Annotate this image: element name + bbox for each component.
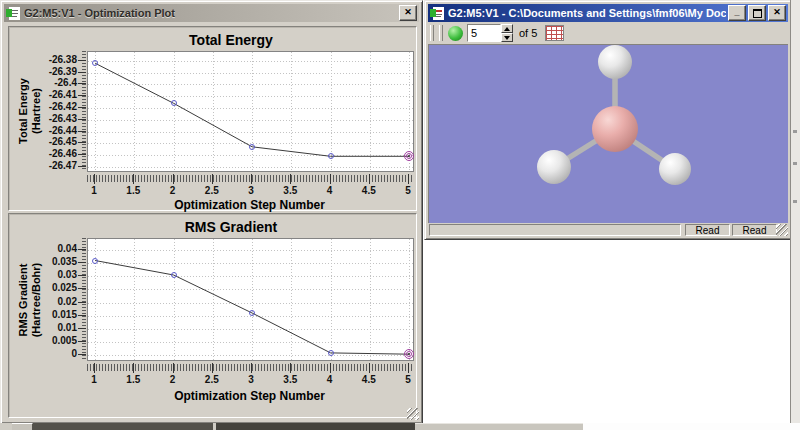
y-major-tick <box>78 341 86 342</box>
active-structure-icon[interactable] <box>448 26 463 41</box>
x-major-tick <box>133 363 134 373</box>
x-tick-label: 4.5 <box>362 374 376 385</box>
y-major-tick <box>78 262 86 263</box>
frames-table-icon[interactable] <box>545 25 564 41</box>
plot-window-icon <box>6 7 20 20</box>
y-tick-label: 0.03 <box>31 269 77 280</box>
taskbar-task-button-3[interactable] <box>415 423 583 430</box>
y-tick-label: 0.015 <box>31 309 77 320</box>
taskbar-task-button-2[interactable] <box>216 423 415 430</box>
y-tick-label: -26.43 <box>31 113 77 124</box>
data-line <box>88 52 413 171</box>
status-read-only-2: Read Only <box>732 224 777 236</box>
data-point-marker[interactable] <box>328 153 334 159</box>
y-major-tick <box>78 107 86 108</box>
y-major-tick <box>78 142 86 143</box>
optimization-plot-window: G2:M5:V1 - Optimization Plot ✕ Total Ene… <box>0 0 423 424</box>
rms-gradient-chart-panel: RMS Gradient RMS Gradient (Hartree/Bohr)… <box>8 213 417 418</box>
y-major-tick <box>78 166 86 167</box>
x-major-tick <box>212 363 213 373</box>
desktop: G2:M5:V1 - Optimization Plot ✕ Total Ene… <box>0 0 800 430</box>
data-point-marker[interactable] <box>92 258 98 264</box>
y-major-tick <box>78 72 86 73</box>
data-point-marker[interactable] <box>249 144 255 150</box>
sliver-mark <box>793 162 797 165</box>
x-tick-label: 4.5 <box>362 185 376 196</box>
minimize-icon[interactable]: _ <box>728 5 746 21</box>
status-read-only-1: Read Only <box>685 224 730 236</box>
sliver-mark <box>793 200 797 203</box>
bh3-molecule[interactable] <box>429 45 787 223</box>
plot-area[interactable] <box>87 238 414 361</box>
x-tick-label: 2.5 <box>205 185 219 196</box>
molecule-window-titlebar[interactable]: G2:M5:V1 - C:\Documents and Settings\fmf… <box>428 4 788 22</box>
molecule-window-title: G2:M5:V1 - C:\Documents and Settings\fmf… <box>448 7 726 19</box>
y-tick-label: -26.39 <box>31 66 77 77</box>
y-major-tick <box>78 315 86 316</box>
x-major-tick <box>408 363 409 373</box>
taskbar-quicklaunch-button[interactable] <box>12 423 33 430</box>
y-axis-label-line1: Total Energy <box>17 31 30 191</box>
chart-title: RMS Gradient <box>54 219 408 235</box>
molecule-viewport[interactable] <box>428 44 788 223</box>
x-tick-label: 1.5 <box>126 374 140 385</box>
y-tick-label: 0.02 <box>31 296 77 307</box>
x-major-tick <box>212 174 213 184</box>
resize-grip[interactable] <box>776 224 788 236</box>
taskbar-sliver <box>0 423 12 430</box>
y-tick-label: -26.41 <box>31 89 77 100</box>
toolbar-grip[interactable] <box>430 25 434 41</box>
x-tick-label: 1.5 <box>126 185 140 196</box>
y-tick-label: -26.4 <box>31 77 77 88</box>
spin-up-button[interactable] <box>501 24 513 33</box>
y-tick-label: -26.45 <box>31 136 77 147</box>
atom-H[interactable] <box>537 150 571 184</box>
x-tick-label: 4 <box>327 185 333 196</box>
x-major-tick <box>133 174 134 184</box>
chart-title: Total Energy <box>54 32 408 48</box>
y-axis-ruler <box>82 51 86 170</box>
x-tick-label: 3 <box>248 374 254 385</box>
atom-H[interactable] <box>598 45 632 79</box>
x-axis-label: Optimization Step Number <box>174 198 325 212</box>
of-total-label: of 5 <box>519 27 537 39</box>
close-icon[interactable]: ✕ <box>399 5 417 21</box>
plot-window-title: G2:M5:V1 - Optimization Plot <box>24 7 397 19</box>
y-major-tick <box>78 302 86 303</box>
x-major-tick <box>251 174 252 184</box>
frame-toolbar: of 5 <box>428 22 788 44</box>
atom-H[interactable] <box>659 153 691 185</box>
y-major-tick <box>78 119 86 120</box>
x-axis-ruler <box>87 364 412 371</box>
data-point-marker[interactable] <box>171 100 177 106</box>
status-bar: Read Only Read Only <box>428 223 788 237</box>
toolbar-grip[interactable] <box>439 25 443 41</box>
x-tick-label: 2 <box>170 185 176 196</box>
x-major-tick <box>369 174 370 184</box>
resize-grip[interactable] <box>407 408 419 420</box>
close-icon[interactable]: ✕ <box>768 5 786 21</box>
y-tick-label: 0.035 <box>31 256 77 267</box>
step-spinner <box>467 24 513 42</box>
x-major-tick <box>290 174 291 184</box>
y-tick-label: 0.005 <box>31 335 77 346</box>
gaussview-file-icon <box>430 7 444 20</box>
plot-window-titlebar[interactable]: G2:M5:V1 - Optimization Plot ✕ <box>4 4 419 22</box>
data-point-marker[interactable] <box>171 272 177 278</box>
data-point-marker[interactable] <box>328 350 334 356</box>
x-major-tick <box>369 363 370 373</box>
data-line <box>88 239 413 360</box>
x-major-tick <box>408 174 409 184</box>
x-major-tick <box>330 174 331 184</box>
taskbar-task-button-1[interactable] <box>33 423 213 430</box>
x-major-tick <box>173 174 174 184</box>
step-input[interactable] <box>467 24 501 42</box>
y-major-tick <box>78 354 86 355</box>
y-major-tick <box>78 249 86 250</box>
maximize-icon[interactable] <box>748 5 766 21</box>
plot-area[interactable] <box>87 51 414 172</box>
atom-B[interactable] <box>592 106 638 152</box>
spin-down-button[interactable] <box>501 33 513 42</box>
y-major-tick <box>78 60 86 61</box>
x-major-tick <box>251 363 252 373</box>
